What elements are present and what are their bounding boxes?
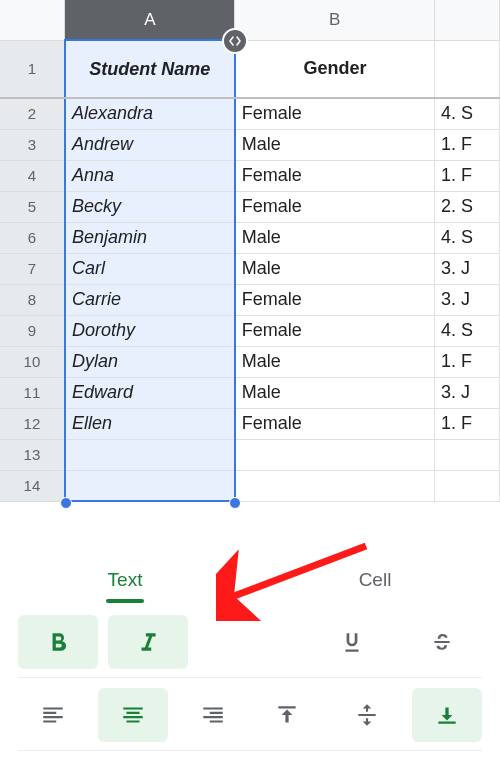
- strikethrough-icon: [428, 629, 456, 655]
- cell-B11[interactable]: Male: [235, 377, 435, 408]
- cell-B12[interactable]: Female: [235, 408, 435, 439]
- tab-cell[interactable]: Cell: [250, 552, 500, 607]
- cell-C12[interactable]: 1. F: [435, 408, 500, 439]
- cell-C4[interactable]: 1. F: [435, 160, 500, 191]
- cell-B1[interactable]: Gender: [235, 40, 435, 98]
- cell-A14[interactable]: [65, 470, 235, 501]
- divider: [18, 677, 482, 678]
- row-header[interactable]: 2: [0, 98, 65, 129]
- cell-B13[interactable]: [235, 439, 435, 470]
- italic-button[interactable]: [108, 615, 188, 669]
- selection-handle-icon[interactable]: [229, 497, 241, 509]
- align-center-button[interactable]: [98, 688, 168, 742]
- cell-A12[interactable]: Ellen: [65, 408, 235, 439]
- row-header[interactable]: 7: [0, 253, 65, 284]
- cell-B2[interactable]: Female: [235, 98, 435, 129]
- cell-B3[interactable]: Male: [235, 129, 435, 160]
- cell-A9[interactable]: Dorothy: [65, 315, 235, 346]
- cell-B10[interactable]: Male: [235, 346, 435, 377]
- cell-B4[interactable]: Female: [235, 160, 435, 191]
- row-header[interactable]: 14: [0, 470, 65, 501]
- cell-A7[interactable]: Carl: [65, 253, 235, 284]
- cell-A13[interactable]: [65, 439, 235, 470]
- cell-C13[interactable]: [435, 439, 500, 470]
- cell-A3[interactable]: Andrew: [65, 129, 235, 160]
- cell-A4[interactable]: Anna: [65, 160, 235, 191]
- row-header[interactable]: 5: [0, 191, 65, 222]
- row-header[interactable]: 9: [0, 315, 65, 346]
- cell-A6[interactable]: Benjamin: [65, 222, 235, 253]
- cell-C14[interactable]: [435, 470, 500, 501]
- strikethrough-button[interactable]: [402, 615, 482, 669]
- column-header-C[interactable]: [435, 0, 500, 40]
- underline-icon: [339, 629, 365, 655]
- cell-A11[interactable]: Edward: [65, 377, 235, 408]
- cell-B9[interactable]: Female: [235, 315, 435, 346]
- cell-A8[interactable]: Carrie: [65, 284, 235, 315]
- column-header-A[interactable]: A: [65, 0, 235, 40]
- align-center-icon: [120, 702, 146, 728]
- cell-B8[interactable]: Female: [235, 284, 435, 315]
- format-tabs: Text Cell: [0, 552, 500, 607]
- row-header[interactable]: 6: [0, 222, 65, 253]
- column-header-B[interactable]: B: [235, 0, 435, 40]
- cell-C9[interactable]: 4. S: [435, 315, 500, 346]
- row-header[interactable]: 8: [0, 284, 65, 315]
- bold-button[interactable]: [18, 615, 98, 669]
- cell-C7[interactable]: 3. J: [435, 253, 500, 284]
- row-header[interactable]: 4: [0, 160, 65, 191]
- align-right-icon: [200, 702, 226, 728]
- cell-B5[interactable]: Female: [235, 191, 435, 222]
- spreadsheet-grid[interactable]: A B 1 Student Name Gender 2AlexandraFema…: [0, 0, 500, 502]
- tab-text[interactable]: Text: [0, 552, 250, 607]
- cell-B7[interactable]: Male: [235, 253, 435, 284]
- bold-icon: [45, 629, 71, 655]
- row-header[interactable]: 13: [0, 439, 65, 470]
- align-left-icon: [40, 702, 66, 728]
- valign-bottom-button[interactable]: [412, 688, 482, 742]
- selection-handle-icon[interactable]: [60, 497, 72, 509]
- cell-C5[interactable]: 2. S: [435, 191, 500, 222]
- row-header[interactable]: 10: [0, 346, 65, 377]
- cell-C11[interactable]: 3. J: [435, 377, 500, 408]
- valign-bottom-icon: [434, 702, 460, 728]
- divider: [18, 750, 482, 751]
- row-header[interactable]: 12: [0, 408, 65, 439]
- row-header[interactable]: 1: [0, 40, 65, 98]
- valign-middle-button[interactable]: [332, 688, 402, 742]
- cell-C10[interactable]: 1. F: [435, 346, 500, 377]
- cell-A2[interactable]: Alexandra: [65, 98, 235, 129]
- cell-A1[interactable]: Student Name: [65, 40, 235, 98]
- format-panel: Text Cell: [0, 552, 500, 763]
- cell-A5[interactable]: Becky: [65, 191, 235, 222]
- valign-top-icon: [274, 702, 300, 728]
- row-header[interactable]: 11: [0, 377, 65, 408]
- cell-C2[interactable]: 4. S: [435, 98, 500, 129]
- column-resize-grip-icon[interactable]: [224, 30, 246, 52]
- cell-C1[interactable]: [435, 40, 500, 98]
- row-header[interactable]: 3: [0, 129, 65, 160]
- valign-top-button[interactable]: [252, 688, 322, 742]
- underline-button[interactable]: [312, 615, 392, 669]
- italic-icon: [135, 629, 161, 655]
- valign-middle-icon: [354, 702, 380, 728]
- cell-B6[interactable]: Male: [235, 222, 435, 253]
- cell-B14[interactable]: [235, 470, 435, 501]
- cell-C8[interactable]: 3. J: [435, 284, 500, 315]
- cell-C3[interactable]: 1. F: [435, 129, 500, 160]
- cell-A10[interactable]: Dylan: [65, 346, 235, 377]
- align-left-button[interactable]: [18, 688, 88, 742]
- align-right-button[interactable]: [178, 688, 248, 742]
- cell-C6[interactable]: 4. S: [435, 222, 500, 253]
- select-all-corner[interactable]: [0, 0, 65, 40]
